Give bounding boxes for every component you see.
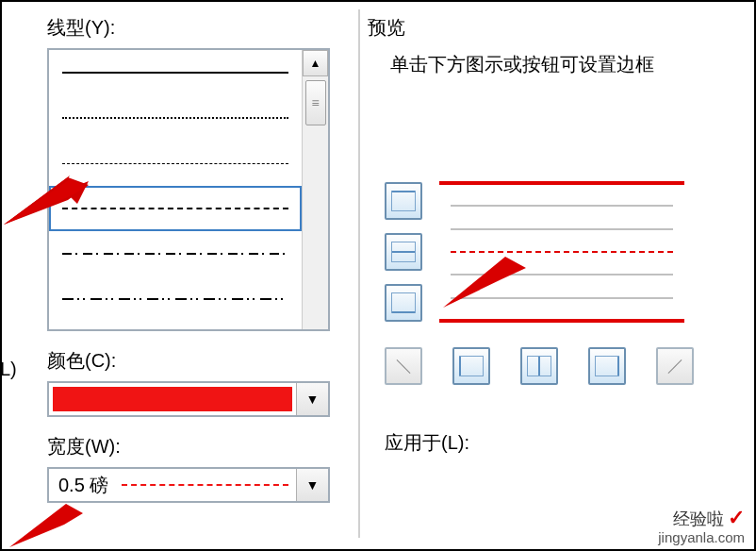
width-dropdown[interactable]: 0.5 磅 bbox=[47, 467, 330, 503]
preview-line bbox=[451, 205, 673, 207]
border-middle-button[interactable] bbox=[385, 233, 422, 271]
preview-hint: 单击下方图示或按钮可设置边框 bbox=[390, 52, 726, 77]
preview-line bbox=[451, 228, 673, 230]
watermark-url: jingyanla.com bbox=[658, 530, 745, 546]
width-sample bbox=[122, 484, 288, 486]
border-right-button[interactable] bbox=[588, 347, 626, 385]
watermark: 经验啦 ✓ jingyanla.com bbox=[658, 507, 745, 545]
watermark-brand: 经验啦 bbox=[673, 509, 724, 528]
border-vmiddle-button[interactable] bbox=[520, 347, 558, 385]
border-bottom-button[interactable] bbox=[385, 284, 422, 322]
annotation-arrow-icon bbox=[9, 491, 85, 547]
watermark-check-icon: ✓ bbox=[728, 506, 745, 529]
border-left-button[interactable] bbox=[452, 347, 490, 385]
border-diag-up-button[interactable] bbox=[656, 347, 694, 385]
color-dropdown-arrow[interactable] bbox=[296, 383, 328, 415]
linetype-scrollbar[interactable]: ▲ bbox=[302, 50, 328, 329]
vertical-divider bbox=[358, 9, 360, 538]
scroll-thumb[interactable] bbox=[305, 80, 326, 125]
linetype-option-dotted[interactable] bbox=[49, 95, 302, 141]
linetype-label: 线型(Y): bbox=[47, 15, 349, 41]
color-dropdown[interactable] bbox=[47, 381, 330, 417]
preview-label: 预览 bbox=[368, 15, 726, 41]
annotation-arrow-icon bbox=[4, 159, 89, 225]
annotation-arrow-icon bbox=[443, 242, 528, 308]
linetype-option-dashdotdot[interactable] bbox=[49, 276, 302, 322]
border-diag-down-button[interactable] bbox=[385, 347, 422, 385]
width-label: 宽度(W): bbox=[47, 434, 349, 459]
color-swatch bbox=[53, 387, 292, 411]
border-bottom-buttons bbox=[385, 347, 726, 385]
width-value: 0.5 磅 bbox=[49, 473, 296, 498]
right-panel: 预览 单击下方图示或按钮可设置边框 应用于(L): bbox=[368, 9, 726, 463]
color-label: 颜色(C): bbox=[47, 348, 349, 374]
linetype-option-dashdot[interactable] bbox=[49, 231, 302, 276]
apply-to-label: 应用于(L): bbox=[385, 430, 726, 456]
cut-label: L) bbox=[0, 359, 17, 380]
border-top-button[interactable] bbox=[385, 182, 422, 220]
width-dropdown-arrow[interactable] bbox=[296, 469, 328, 501]
left-panel: 线型(Y): ▲ 颜色(C): 宽度(W): 0.5 磅 bbox=[47, 9, 349, 503]
border-side-buttons bbox=[385, 182, 422, 322]
linetype-option-solid[interactable] bbox=[49, 50, 302, 95]
scroll-up-button[interactable]: ▲ bbox=[303, 50, 328, 76]
linetype-listbox[interactable]: ▲ bbox=[47, 48, 330, 331]
linetype-list-inner bbox=[49, 50, 328, 329]
